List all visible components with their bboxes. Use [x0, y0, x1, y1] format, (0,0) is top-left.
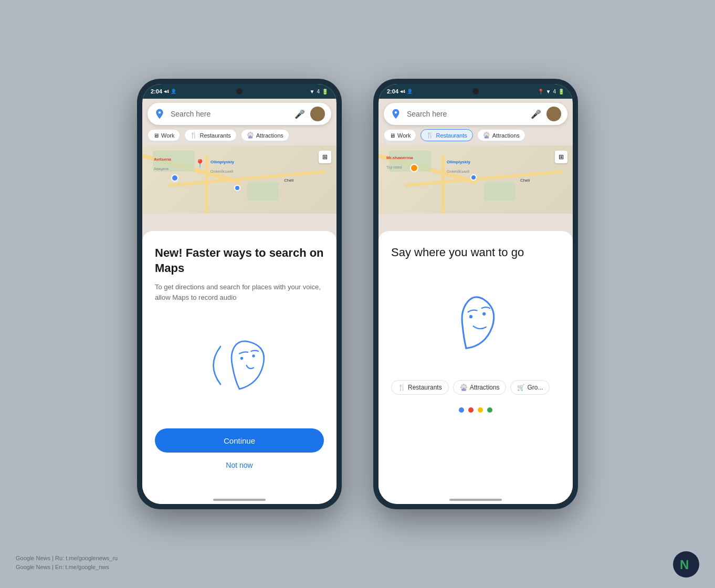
face-illustration-left [155, 318, 324, 413]
signal-right: ◂4 👤 [400, 89, 413, 94]
chip-work-right[interactable]: 🖥 Work [384, 129, 416, 141]
camera-dot-left [236, 88, 243, 94]
label-olimpiyskiy: Olimpiyskiy Олімпійський [211, 156, 234, 175]
map-left: Avitsena Авицена Olimpiyskiy Олімпійськи… [142, 145, 337, 214]
google-maps-icon-right [390, 108, 402, 120]
camera-dot-right [472, 88, 479, 94]
chip-restaurants-right[interactable]: 🍴 Restaurants [420, 129, 472, 141]
sugg-chip-restaurants[interactable]: 🍴 Restaurants [391, 380, 449, 395]
chip-work-icon-right: 🖥 [390, 132, 395, 139]
chip-work-label-left: Work [161, 132, 174, 139]
chip-work-icon-left: 🖥 [153, 132, 159, 139]
google-maps-icon-left [154, 108, 165, 120]
continue-button[interactable]: Continue [155, 428, 324, 453]
label-mr-shawerma: Mr.shawerma Top rated [386, 152, 413, 171]
signal-bars-left: 4 [317, 89, 320, 94]
dot-red [468, 407, 474, 413]
battery-icon-left: 🔋 [322, 89, 328, 94]
blue-pin-right [470, 174, 477, 181]
search-bar-left[interactable]: Search here 🎤 [148, 103, 331, 125]
bottom-sheet-right: Say where you want to go [378, 231, 573, 504]
home-bar-right [449, 499, 502, 501]
time-text: 2:04 [151, 88, 162, 94]
map-right: Mr.shawerma Top rated Olimpiyskiy Олімпі… [378, 145, 573, 214]
search-placeholder-left: Search here [171, 110, 289, 118]
chip-attractions-icon-right: 🎡 [483, 132, 490, 139]
layer-icon-right[interactable]: ⊞ [555, 151, 567, 163]
n-logo: N [673, 551, 699, 578]
layer-icon[interactable]: ⊞ [319, 151, 331, 163]
footer-line1: Google News | Ru: t.me/googlenews_ru [16, 554, 118, 563]
road3-left [205, 156, 208, 214]
chip-work-left[interactable]: 🖥 Work [148, 129, 180, 141]
chip-attractions-icon-left: 🎡 [247, 132, 254, 139]
road3-right [441, 156, 445, 214]
bottom-sheet-left: New! Faster ways to search on Maps To ge… [142, 231, 337, 504]
sugg-icon-grocery: 🛒 [517, 384, 525, 391]
chip-restaurants-left[interactable]: 🍴 Restaurants [184, 129, 236, 141]
signal-bars-right: 4 [553, 89, 556, 94]
mic-icon-right[interactable]: 🎤 [531, 109, 541, 119]
chip-attractions-left[interactable]: 🎡 Attractions [241, 129, 289, 141]
chip-attractions-label-left: Attractions [256, 132, 283, 139]
block2-left [247, 182, 279, 201]
sugg-icon-attractions: 🎡 [460, 384, 468, 391]
location-icon-right: 📍 [538, 89, 544, 94]
sugg-chip-grocery[interactable]: 🛒 Gro... [510, 380, 550, 395]
status-bar-left: 2:04 ◂4 👤 ▼ 4 🔋 [142, 84, 337, 99]
time-text-right: 2:04 [387, 88, 398, 94]
mic-icon-left[interactable]: 🎤 [295, 109, 305, 119]
status-icons-left: ▼ 4 🔋 [310, 89, 328, 94]
svg-point-1 [252, 354, 255, 357]
chip-attractions-label-right: Attractions [492, 132, 520, 139]
dot-green [487, 407, 492, 413]
footer-line2: Google News | En: t.me/google_nws [16, 563, 118, 572]
footer: Google News | Ru: t.me/googlenews_ru Goo… [16, 554, 118, 572]
sheet-title-left: New! Faster ways to search on Maps [155, 246, 324, 276]
face-svg-right [428, 280, 523, 364]
filter-chips-right: 🖥 Work 🍴 Restaurants 🎡 Attractions [378, 129, 573, 145]
search-bar-right[interactable]: Search here 🎤 [384, 103, 567, 125]
filter-chips-left: 🖥 Work 🍴 Restaurants 🎡 Attractions [142, 129, 337, 145]
red-pin: 📍 [195, 159, 205, 169]
status-icons-right: 📍 ▼ 4 🔋 [538, 89, 564, 94]
sheet-subtitle-left: To get directions and search for places … [155, 282, 324, 302]
phone-left: 2:04 ◂4 👤 ▼ 4 🔋 Search here 🎤 [137, 79, 342, 509]
chip-restaurants-label-left: Restaurants [199, 132, 230, 139]
label-cheli-right: Cheli [520, 174, 530, 184]
chip-restaurants-icon-right: 🍴 [426, 132, 434, 139]
chip-restaurants-label-right: Restaurants [436, 132, 467, 139]
n-logo-svg: N [678, 556, 695, 573]
sugg-label-attractions: Attractions [470, 384, 500, 391]
dot-yellow [478, 407, 483, 413]
time-right: 2:04 ◂4 👤 [387, 88, 413, 94]
suggestion-chips-right: 🍴 Restaurants 🎡 Attractions 🛒 Gro... [391, 380, 560, 395]
avatar-left[interactable] [310, 107, 325, 121]
face-illustration-right [391, 275, 560, 370]
progress-dots [391, 407, 560, 413]
label-olimpiyskiy-right: Olimpiyskiy Олімпійський [447, 156, 470, 175]
sugg-icon-restaurants: 🍴 [398, 384, 406, 391]
avatar-right[interactable] [546, 107, 561, 121]
wifi-icon-left: ▼ [310, 89, 315, 94]
sugg-label-grocery: Gro... [527, 384, 543, 391]
chip-attractions-right[interactable]: 🎡 Attractions [477, 129, 525, 141]
face-svg-left [192, 323, 287, 407]
signal-left: ◂4 👤 [164, 89, 176, 94]
wifi-icon-right: ▼ [546, 89, 551, 94]
svg-point-3 [482, 312, 486, 316]
orange-pin-right [410, 164, 418, 172]
svg-text:N: N [680, 558, 689, 572]
blue-pin1 [171, 174, 178, 182]
home-bar-left [213, 499, 266, 501]
blue-pin2 [234, 185, 240, 191]
label-avitsena: Avitsena Авицена [154, 153, 171, 172]
search-placeholder-right: Search here [407, 110, 525, 118]
time-left: 2:04 ◂4 👤 [151, 88, 176, 94]
not-now-button[interactable]: Not now [155, 455, 324, 476]
sugg-chip-attractions[interactable]: 🎡 Attractions [453, 380, 507, 395]
say-title: Say where you want to go [391, 246, 560, 259]
chip-restaurants-icon-left: 🍴 [190, 132, 197, 139]
dot-blue [459, 407, 464, 413]
phone-right: 2:04 ◂4 👤 📍 ▼ 4 🔋 Search here 🎤 [373, 79, 578, 509]
